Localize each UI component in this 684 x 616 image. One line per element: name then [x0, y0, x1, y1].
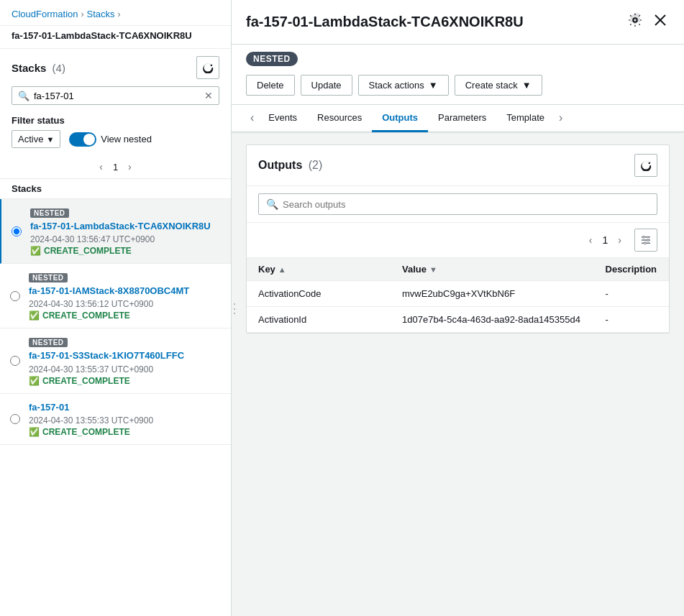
outputs-search-box: 🔍: [258, 193, 657, 215]
toggle-label: View nested: [101, 134, 152, 144]
tabs-bar: ‹ Events Resources Outputs Parameters Te…: [232, 105, 684, 132]
status-check-icon-1: ✅: [29, 311, 40, 321]
output-key-1: ActivationId: [247, 307, 391, 333]
col-header-description: Description: [594, 258, 669, 281]
filter-row: Active ▼ View nested: [0, 130, 231, 155]
sidebar: CloudFormation › Stacks › fa-157-01-Lamb…: [0, 0, 232, 616]
close-icon: [654, 14, 667, 27]
outputs-refresh-button[interactable]: [634, 154, 657, 177]
tab-parameters[interactable]: Parameters: [428, 105, 496, 132]
stack-name-3: fa-157-01: [29, 401, 219, 414]
stack-date-3: 2024-04-30 13:55:33 UTC+0900: [29, 415, 219, 426]
sidebar-page-number: 1: [113, 162, 118, 173]
stack-radio-1[interactable]: [10, 291, 20, 301]
status-check-icon-0: ✅: [30, 246, 41, 256]
status-check-icon-3: ✅: [29, 427, 40, 437]
outputs-search-icon: 🔍: [266, 198, 278, 210]
stack-item-2[interactable]: NESTED fa-157-01-S3Stack-1KIO7T460LFFC 2…: [0, 328, 231, 393]
create-stack-button[interactable]: Create stack ▼: [455, 75, 542, 96]
stack-status-2: ✅ CREATE_COMPLETE: [29, 376, 219, 386]
stack-status-0: ✅ CREATE_COMPLETE: [30, 246, 219, 256]
close-button[interactable]: [651, 10, 670, 34]
output-key-0: ActivationCode: [247, 281, 391, 307]
outputs-col-settings-button[interactable]: [634, 229, 657, 252]
outputs-prev-page-button[interactable]: ‹: [585, 233, 597, 247]
outputs-pagination: ‹ 1 ›: [247, 223, 669, 258]
stack-item-0[interactable]: NESTED fa-157-01-LambdaStack-TCA6XNOIKR8…: [0, 199, 231, 264]
outputs-table: Key ▲ Value ▼ Description: [247, 258, 669, 333]
stack-name-0: fa-157-01-LambdaStack-TCA6XNOIKR8U: [30, 220, 219, 233]
stack-item-1[interactable]: NESTED fa-157-01-IAMStack-8X8870OBC4MT 2…: [0, 264, 231, 328]
key-sort-icon: ▲: [278, 265, 286, 274]
sidebar-prev-page-button[interactable]: ‹: [95, 160, 107, 174]
refresh-icon: [202, 62, 214, 73]
col-header-key[interactable]: Key ▲: [247, 258, 391, 281]
stack-actions-chevron-icon: ▼: [429, 80, 438, 91]
toggle-wrapper: View nested: [69, 132, 152, 147]
stack-radio-2[interactable]: [10, 356, 20, 366]
outputs-next-page-button[interactable]: ›: [614, 233, 626, 247]
outputs-search-input[interactable]: [283, 199, 649, 210]
outputs-header: Outputs (2): [247, 145, 669, 186]
search-box: 🔍 ✕: [12, 86, 219, 105]
main-content: fa-157-01-LambdaStack-TCA6XNOIKR8U NESTE…: [232, 0, 684, 616]
sidebar-title: Stacks (4): [12, 62, 65, 74]
svg-point-8: [644, 242, 647, 244]
toggle-thumb: [83, 134, 95, 145]
outputs-search: 🔍: [247, 186, 669, 223]
filter-arrow-icon: ▼: [46, 135, 54, 144]
outputs-refresh-icon: [640, 160, 652, 171]
output-value-1: 1d07e7b4-5c4a-463d-aa92-8ada145355d4: [391, 307, 594, 333]
settings-button[interactable]: [625, 10, 645, 34]
tab-template[interactable]: Template: [496, 105, 555, 132]
filter-label: Filter status: [0, 112, 231, 130]
stack-nested-badge-1: NESTED: [29, 273, 68, 282]
stack-status-1: ✅ CREATE_COMPLETE: [29, 311, 219, 321]
svg-point-7: [647, 239, 649, 242]
search-input[interactable]: [34, 91, 200, 101]
status-check-icon-2: ✅: [29, 376, 40, 386]
page-title: fa-157-01-LambdaStack-TCA6XNOIKR8U: [246, 14, 524, 30]
stack-item-3[interactable]: fa-157-01 2024-04-30 13:55:33 UTC+0900 ✅…: [0, 394, 231, 445]
sidebar-current-stack: fa-157-01-LambdaStack-TCA6XNOIKR8U: [0, 26, 231, 49]
update-button[interactable]: Update: [301, 75, 352, 96]
tab-next-button[interactable]: ›: [555, 106, 567, 130]
search-icon: 🔍: [18, 91, 29, 101]
clear-icon[interactable]: ✕: [204, 90, 213, 101]
tab-resources[interactable]: Resources: [307, 105, 372, 132]
table-row: ActivationCode mvwE2ubC9ga+XVtKbN6F -: [247, 281, 669, 307]
outputs-panel: Outputs (2) 🔍 ‹ 1 ›: [246, 144, 670, 334]
stack-name-2: fa-157-01-S3Stack-1KIO7T460LFFC: [29, 349, 219, 362]
stack-nested-badge-2: NESTED: [29, 338, 68, 347]
sidebar-next-page-button[interactable]: ›: [124, 160, 136, 174]
sidebar-pagination: ‹ 1 ›: [0, 155, 231, 178]
create-stack-chevron-icon: ▼: [522, 80, 532, 91]
refresh-button[interactable]: [196, 56, 219, 79]
output-value-0: mvwE2ubC9ga+XVtKbN6F: [391, 281, 594, 307]
stack-radio-3[interactable]: [10, 414, 20, 424]
main-header: fa-157-01-LambdaStack-TCA6XNOIKR8U: [232, 0, 684, 45]
breadcrumb: CloudFormation › Stacks ›: [0, 0, 231, 26]
tab-events[interactable]: Events: [258, 105, 307, 132]
value-filter-icon: ▼: [429, 265, 437, 274]
breadcrumb-cloudformation[interactable]: CloudFormation: [12, 9, 78, 19]
tab-prev-button[interactable]: ‹: [246, 106, 258, 130]
svg-point-6: [643, 236, 645, 238]
stack-radio-0[interactable]: [12, 226, 22, 236]
sidebar-header: Stacks (4): [0, 49, 231, 86]
col-header-value[interactable]: Value ▼: [391, 258, 594, 281]
stacks-list-header: Stacks: [0, 178, 231, 199]
sidebar-drag-handle[interactable]: [232, 0, 237, 616]
filter-select[interactable]: Active ▼: [12, 130, 60, 148]
settings-icon: [628, 13, 642, 27]
tab-outputs[interactable]: Outputs: [372, 105, 428, 132]
view-nested-toggle[interactable]: [69, 132, 96, 147]
breadcrumb-stacks[interactable]: Stacks: [87, 9, 115, 19]
stack-actions-button[interactable]: Stack actions ▼: [358, 75, 449, 96]
output-description-0: -: [594, 281, 669, 307]
nested-badge: NESTED: [246, 52, 298, 66]
stack-list: NESTED fa-157-01-LambdaStack-TCA6XNOIKR8…: [0, 199, 231, 616]
table-row: ActivationId 1d07e7b4-5c4a-463d-aa92-8ad…: [247, 307, 669, 333]
delete-button[interactable]: Delete: [246, 75, 295, 96]
stack-date-1: 2024-04-30 13:56:12 UTC+0900: [29, 299, 219, 309]
